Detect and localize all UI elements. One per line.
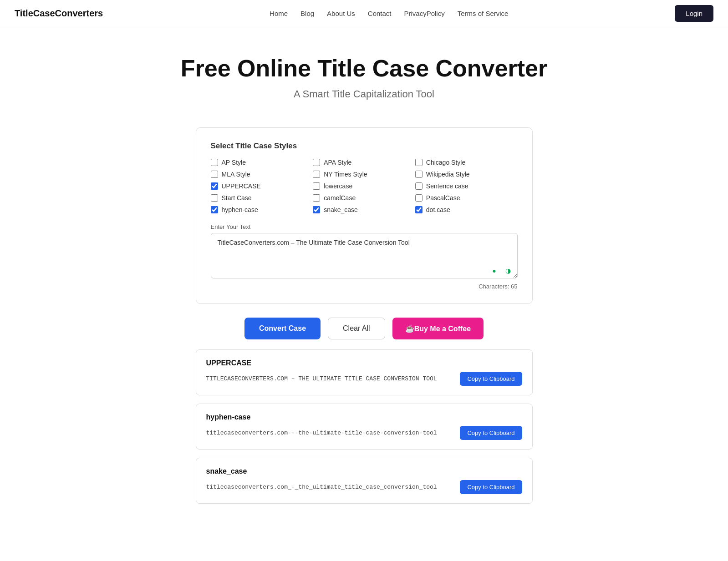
- checkbox-item-camel[interactable]: camelCase: [313, 194, 415, 202]
- navbar: TitleCaseConverters HomeBlogAbout UsCont…: [0, 0, 728, 27]
- checkbox-start[interactable]: [211, 194, 218, 202]
- checkbox-item-wikipedia[interactable]: Wikipedia Style: [415, 171, 518, 178]
- checkbox-pascal[interactable]: [415, 194, 423, 202]
- result-block-snake: snake_casetitlecaseconverters.com_-_the_…: [196, 458, 533, 504]
- checkbox-label-lowercase: lowercase: [324, 182, 352, 190]
- clear-button[interactable]: Clear All: [328, 318, 385, 339]
- styles-section-title: Select Title Case Styles: [211, 142, 518, 151]
- checkbox-label-sentence: Sentence case: [426, 182, 468, 190]
- grammarly-icon: ●: [489, 265, 500, 277]
- nav-link-contact[interactable]: Contact: [368, 10, 392, 17]
- checkbox-label-wikipedia: Wikipedia Style: [426, 171, 470, 178]
- checkbox-item-uppercase[interactable]: UPPERCASE: [211, 182, 313, 190]
- result-title-uppercase: UPPERCASE: [206, 359, 522, 367]
- checkbox-label-snake: snake_case: [324, 206, 358, 213]
- copy-button-snake[interactable]: Copy to Clipboard: [460, 480, 522, 494]
- checkbox-nyt[interactable]: [313, 171, 320, 178]
- checkbox-uppercase[interactable]: [211, 182, 218, 190]
- checkbox-item-mla[interactable]: MLA Style: [211, 171, 313, 178]
- checkbox-item-lowercase[interactable]: lowercase: [313, 182, 415, 190]
- styles-grid: AP StyleAPA StyleChicago StyleMLA StyleN…: [211, 159, 518, 213]
- result-block-uppercase: UPPERCASETITLECASECONVERTERS.COM – THE U…: [196, 349, 533, 395]
- checkbox-apa[interactable]: [313, 159, 320, 166]
- char-count: Characters: 65: [211, 283, 518, 290]
- checkbox-chicago[interactable]: [415, 159, 423, 166]
- checkbox-item-sentence[interactable]: Sentence case: [415, 182, 518, 190]
- checkbox-hyphen[interactable]: [211, 206, 218, 213]
- checkbox-snake[interactable]: [313, 206, 320, 213]
- checkbox-label-chicago: Chicago Style: [426, 159, 465, 166]
- checkbox-item-nyt[interactable]: NY Times Style: [313, 171, 415, 178]
- nav-link-blog[interactable]: Blog: [300, 10, 314, 17]
- results-wrapper: UPPERCASETITLECASECONVERTERS.COM – THE U…: [187, 349, 542, 530]
- hero-title: Free Online Title Case Converter: [9, 55, 719, 82]
- coffee-button[interactable]: ☕Buy Me a Coffee: [392, 318, 484, 339]
- main-card: Select Title Case Styles AP StyleAPA Sty…: [196, 127, 533, 304]
- hero-section: Free Online Title Case Converter A Smart…: [0, 27, 728, 114]
- hero-subtitle: A Smart Title Capitalization Tool: [9, 88, 719, 100]
- checkbox-label-ap: AP Style: [222, 159, 246, 166]
- checkbox-item-ap[interactable]: AP Style: [211, 159, 313, 166]
- convert-button[interactable]: Convert Case: [244, 318, 321, 339]
- checkbox-camel[interactable]: [313, 194, 320, 202]
- textarea-label: Enter Your Text: [211, 223, 518, 230]
- result-row-hyphen: titlecaseconverters.com---the-ultimate-t…: [206, 426, 522, 440]
- char-count-value: 65: [511, 283, 517, 290]
- checkbox-item-snake[interactable]: snake_case: [313, 206, 415, 213]
- checkbox-mla[interactable]: [211, 171, 218, 178]
- checkbox-dot[interactable]: [415, 206, 423, 213]
- site-logo[interactable]: TitleCaseConverters: [15, 8, 103, 19]
- nav-links: HomeBlogAbout UsContactPrivacyPolicyTerm…: [270, 10, 508, 17]
- checkbox-label-nyt: NY Times Style: [324, 171, 367, 178]
- checkbox-lowercase[interactable]: [313, 182, 320, 190]
- result-title-hyphen: hyphen-case: [206, 413, 522, 421]
- checkbox-item-chicago[interactable]: Chicago Style: [415, 159, 518, 166]
- checkbox-label-start: Start Case: [222, 194, 252, 202]
- result-row-snake: titlecaseconverters.com_-_the_ultimate_t…: [206, 480, 522, 494]
- checkbox-label-hyphen: hyphen-case: [222, 206, 258, 213]
- action-buttons-row: Convert Case Clear All ☕Buy Me a Coffee: [0, 318, 728, 339]
- checkbox-label-apa: APA Style: [324, 159, 351, 166]
- text-input[interactable]: [211, 233, 518, 278]
- checkbox-label-pascal: PascalCase: [426, 194, 460, 202]
- checkbox-label-camel: camelCase: [324, 194, 356, 202]
- copy-button-hyphen[interactable]: Copy to Clipboard: [460, 426, 522, 440]
- copy-button-uppercase[interactable]: Copy to Clipboard: [460, 372, 522, 386]
- checkbox-sentence[interactable]: [415, 182, 423, 190]
- grammarly-icon-2: ◑: [502, 265, 514, 277]
- textarea-icons: ● ◑: [489, 265, 514, 277]
- result-row-uppercase: TITLECASECONVERTERS.COM – THE ULTIMATE T…: [206, 372, 522, 386]
- result-block-hyphen: hyphen-casetitlecaseconverters.com---the…: [196, 404, 533, 450]
- checkbox-item-start[interactable]: Start Case: [211, 194, 313, 202]
- checkbox-item-apa[interactable]: APA Style: [313, 159, 415, 166]
- checkbox-item-hyphen[interactable]: hyphen-case: [211, 206, 313, 213]
- checkbox-ap[interactable]: [211, 159, 218, 166]
- checkbox-wikipedia[interactable]: [415, 171, 423, 178]
- textarea-wrapper: ● ◑: [211, 233, 518, 280]
- nav-link-terms-of-service[interactable]: Terms of Service: [458, 10, 509, 17]
- checkbox-label-mla: MLA Style: [222, 171, 250, 178]
- login-button[interactable]: Login: [675, 5, 713, 22]
- nav-link-home[interactable]: Home: [270, 10, 288, 17]
- nav-link-privacypolicy[interactable]: PrivacyPolicy: [404, 10, 445, 17]
- checkbox-item-pascal[interactable]: PascalCase: [415, 194, 518, 202]
- result-text-uppercase: TITLECASECONVERTERS.COM – THE ULTIMATE T…: [206, 375, 455, 382]
- result-text-snake: titlecaseconverters.com_-_the_ultimate_t…: [206, 484, 455, 490]
- nav-link-about-us[interactable]: About Us: [327, 10, 355, 17]
- checkbox-label-dot: dot.case: [426, 206, 450, 213]
- checkbox-label-uppercase: UPPERCASE: [222, 182, 261, 190]
- checkbox-item-dot[interactable]: dot.case: [415, 206, 518, 213]
- result-title-snake: snake_case: [206, 467, 522, 475]
- main-card-wrapper: Select Title Case Styles AP StyleAPA Sty…: [187, 127, 542, 304]
- result-text-hyphen: titlecaseconverters.com---the-ultimate-t…: [206, 430, 455, 436]
- char-count-label: Characters:: [479, 283, 509, 290]
